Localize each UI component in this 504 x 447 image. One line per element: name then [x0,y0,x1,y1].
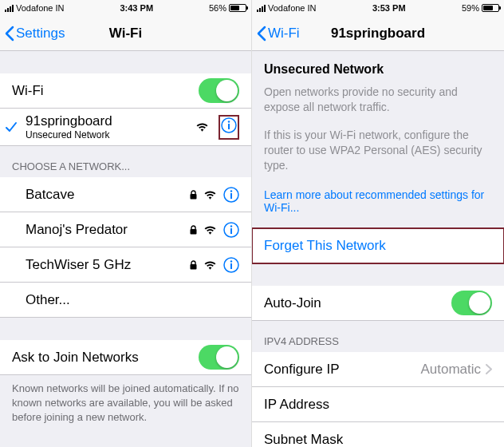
network-other[interactable]: Other... [0,283,251,318]
signal-icon [5,5,14,12]
learn-more-link[interactable]: Learn more about recommended settings fo… [252,177,504,228]
other-label: Other... [26,292,70,308]
ip-address-row: IP Address [252,387,504,422]
subnet-mask-row: Subnet Mask [252,422,504,447]
security-label: Unsecured Network [26,129,112,140]
battery-percent: 59% [462,3,479,13]
info-icon[interactable] [223,257,239,273]
status-time: 3:53 PM [372,3,406,13]
chevron-right-icon [486,364,492,374]
battery-icon [482,4,499,12]
network-batcave[interactable]: Batcave [0,177,251,212]
forget-network-row[interactable]: Forget This Network [252,228,504,263]
svg-point-13 [230,260,232,262]
wifi-icon [204,190,216,200]
battery-percent: 56% [209,3,226,13]
svg-rect-11 [191,264,197,270]
forget-network-label: Forget This Network [264,238,386,254]
info-icon[interactable] [223,187,239,203]
back-label: Settings [16,26,65,42]
wifi-icon [204,225,216,235]
chevron-left-icon [5,26,14,42]
network-name: Batcave [26,187,74,203]
svg-point-5 [230,190,232,192]
ask-to-join-row: Ask to Join Networks [0,340,251,375]
lock-icon [190,260,197,270]
unsecured-paragraph-1: Open networks provide no security and ex… [252,80,504,120]
wifi-settings-screen: Vodafone IN 3:43 PM 56% Settings Wi-Fi W… [0,0,252,447]
status-bar: Vodafone IN 3:53 PM 59% [252,0,504,16]
checkmark-icon [5,121,18,133]
connected-network-row[interactable]: 91springboard Unsecured Network [0,109,251,146]
network-techwiser[interactable]: TechWiser 5 GHz [0,247,251,283]
ask-to-join-footer: Known networks will be joined automatica… [0,375,251,432]
lock-icon [190,225,197,235]
back-label: Wi-Fi [268,26,300,42]
network-detail-screen: Vodafone IN 3:53 PM 59% Wi-Fi 91springbo… [252,0,504,447]
choose-network-header: CHOOSE A NETWORK... [0,146,251,177]
ask-to-join-toggle[interactable] [199,345,239,370]
nav-bar: Settings Wi-Fi [0,16,251,51]
svg-point-9 [230,225,232,227]
subnet-mask-label: Subnet Mask [264,432,343,447]
network-manoj[interactable]: Manoj's Predator [0,212,251,247]
configure-ip-row[interactable]: Configure IP Automatic [252,352,504,387]
signal-icon [257,5,266,12]
nav-bar: Wi-Fi 91springboard [252,16,504,51]
wifi-toggle-row: Wi-Fi [0,73,251,109]
autojoin-row: Auto-Join [252,286,504,321]
unsecured-paragraph-2: If this is your Wi-Fi network, configure… [252,120,504,178]
svg-rect-7 [191,229,197,235]
wifi-icon [196,122,208,132]
network-name: Manoj's Predator [26,222,128,238]
unsecured-title: Unsecured Network [252,51,504,80]
ipv4-header: IPV4 ADDRESS [252,321,504,352]
network-name: TechWiser 5 GHz [26,257,131,273]
svg-rect-6 [230,193,232,199]
status-time: 3:43 PM [120,3,153,13]
svg-rect-3 [191,194,197,200]
chevron-left-icon [257,26,266,42]
battery-icon [229,4,246,12]
back-button[interactable]: Settings [0,26,65,42]
configure-ip-label: Configure IP [264,362,340,378]
autojoin-label: Auto-Join [264,295,321,311]
lock-icon [190,190,197,200]
wifi-label: Wi-Fi [12,83,44,99]
wifi-icon [204,260,216,270]
ip-address-label: IP Address [264,397,329,413]
carrier-label: Vodafone IN [268,3,317,13]
info-icon[interactable] [221,117,237,133]
svg-rect-10 [230,228,232,234]
back-button[interactable]: Wi-Fi [252,26,300,42]
carrier-label: Vodafone IN [16,3,65,13]
info-icon[interactable] [223,222,239,238]
svg-rect-2 [228,124,230,129]
ask-to-join-label: Ask to Join Networks [12,350,139,366]
configure-ip-value: Automatic [420,362,481,378]
svg-rect-14 [230,263,232,269]
ssid-label: 91springboard [26,113,112,129]
autojoin-toggle[interactable] [451,291,492,315]
wifi-toggle[interactable] [199,78,239,103]
status-bar: Vodafone IN 3:43 PM 56% [0,0,251,16]
svg-point-1 [228,121,230,122]
info-highlight-box [219,115,239,140]
